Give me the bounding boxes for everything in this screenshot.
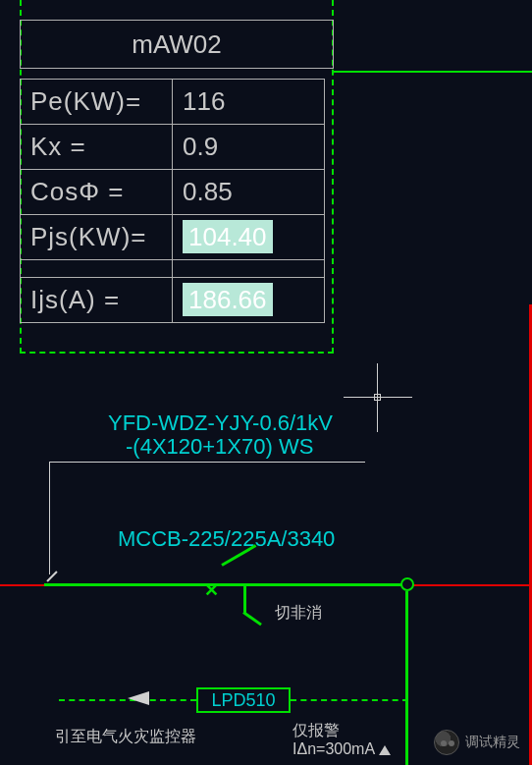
note-left: 引至电气火灾监控器 <box>55 727 196 747</box>
param-label: Pjs(KW)= <box>21 215 173 260</box>
breaker-label: MCCB-225/225A/3340 <box>118 526 335 552</box>
param-value: 104.40 <box>173 215 325 260</box>
cable-tick-icon <box>45 570 59 583</box>
triangle-icon <box>379 745 391 755</box>
breaker-tail-line <box>242 611 262 626</box>
cad-cursor-icon <box>344 363 412 432</box>
param-label: Ijs(A) = <box>21 278 173 323</box>
param-table: Pe(KW)= 116 Kx = 0.9 CosΦ = 0.85 Pjs(KW)… <box>20 79 325 323</box>
node-circle-icon <box>400 577 414 591</box>
busbar-red-left <box>0 584 44 586</box>
arrow-left-icon <box>128 691 149 705</box>
note-right-top: 仅报警 <box>293 721 391 739</box>
cable-spec-line1: YFD-WDZ-YJY-0.6/1kV <box>108 410 333 436</box>
param-label: Kx = <box>21 125 173 170</box>
note-right-bottom: IΔn=300mA <box>293 739 391 758</box>
circuit-vertical-line <box>405 591 408 765</box>
param-value-hl: 186.66 <box>183 283 273 316</box>
breaker-x-icon: ✕ <box>204 579 219 601</box>
table-row: CosΦ = 0.85 <box>21 170 325 215</box>
breaker-drop-line <box>243 583 246 613</box>
panel-title: mAW02 <box>20 20 334 69</box>
watermark-text: 调试精灵 <box>465 734 520 751</box>
param-label: CosΦ = <box>21 170 173 215</box>
cable-spec-line2: -(4X120+1X70) WS <box>126 434 313 460</box>
param-value: 0.85 <box>173 170 325 215</box>
watermark: 调试精灵 <box>434 730 520 755</box>
note-right: 仅报警 IΔn=300mA <box>293 721 391 758</box>
breaker-symbol: ✕ <box>204 574 257 603</box>
param-value-hl: 104.40 <box>183 220 273 253</box>
table-row: Ijs(A) = 186.66 <box>21 278 325 323</box>
breaker-note: 切非消 <box>275 603 322 624</box>
cable-underline <box>102 462 365 463</box>
table-row: Pjs(KW)= 104.40 <box>21 215 325 260</box>
cable-leader-v <box>49 462 50 574</box>
watermark-icon <box>434 730 459 755</box>
table-row: Pe(KW)= 116 <box>21 80 325 125</box>
table-spacer <box>21 260 325 278</box>
panel-top-green-line <box>332 71 532 73</box>
busbar-red-right <box>412 584 532 586</box>
device-dashed-right <box>291 699 408 701</box>
param-label: Pe(KW)= <box>21 80 173 125</box>
cable-leader-h <box>49 462 103 463</box>
device-box: LPD510 <box>196 687 291 713</box>
param-value: 116 <box>173 80 325 125</box>
table-row: Kx = 0.9 <box>21 125 325 170</box>
param-value: 0.9 <box>173 125 325 170</box>
param-value: 186.66 <box>173 278 325 323</box>
